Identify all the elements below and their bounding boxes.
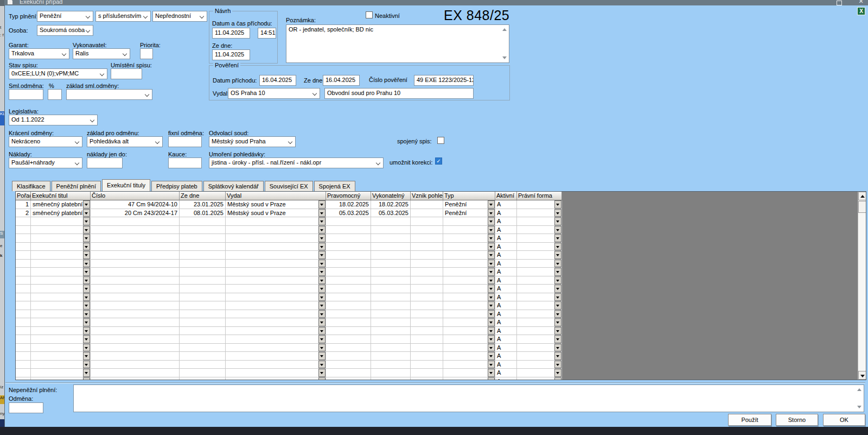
odvolaci-soud-select[interactable]: Městský soud Praha: [209, 136, 296, 147]
ok-button[interactable]: OK: [823, 414, 865, 426]
titul-dropdown-button[interactable]: [83, 226, 90, 234]
zaklad-sml-odmeny-select[interactable]: [66, 89, 152, 100]
stav-spisu-select[interactable]: 0xCEE;LU;N (0);vPM;MC: [9, 68, 107, 79]
table-row[interactable]: A: [16, 243, 562, 251]
vydal-dropdown-button[interactable]: [318, 243, 326, 251]
table-row[interactable]: 1směnečný platební rozkaz47 Cm 94/2024-1…: [16, 200, 562, 209]
vydal-dropdown-button[interactable]: [318, 285, 326, 293]
titul-dropdown-button[interactable]: [83, 301, 90, 310]
navrh-datum-input[interactable]: 11.04.2025: [212, 28, 250, 39]
typ-plneni-select-1[interactable]: Peněžní: [37, 11, 93, 22]
table-row[interactable]: 2směnečný platební rozkaz20 Cm 243/2024-…: [16, 209, 562, 218]
vydal-dropdown-button[interactable]: [318, 268, 326, 276]
povereni-ze-dne-input[interactable]: 16.04.2025: [323, 75, 360, 86]
vykonavatel-select[interactable]: Ralis: [73, 48, 130, 59]
vydal-dropdown-button[interactable]: [318, 327, 326, 335]
titul-dropdown-button[interactable]: [83, 217, 90, 225]
pravni_forma-dropdown-button[interactable]: [554, 327, 561, 335]
vydal-dropdown-button[interactable]: [318, 200, 326, 209]
pravni_forma-dropdown-button[interactable]: [554, 217, 561, 225]
percent-input[interactable]: [48, 89, 62, 100]
vydal-dropdown-button[interactable]: [318, 209, 326, 217]
spojeny-spis-checkbox[interactable]: [437, 137, 444, 144]
garant-select[interactable]: Trkalova: [9, 48, 69, 59]
titul-dropdown-button[interactable]: [83, 327, 90, 335]
titul-dropdown-button[interactable]: [83, 251, 90, 259]
vydal-dropdown-button[interactable]: [318, 301, 326, 310]
typ-dropdown-button[interactable]: [488, 200, 495, 209]
sml-odmena-input[interactable]: [9, 89, 43, 100]
typ-dropdown-button[interactable]: [488, 344, 495, 352]
kraceni-odmeny-select[interactable]: Nekráceno: [9, 136, 82, 147]
vydal-dropdown-button[interactable]: [318, 276, 326, 285]
tab-exeku-n-tituly[interactable]: Exekuční tituly: [102, 179, 150, 191]
tab-klasifikace[interactable]: Klasifikace: [12, 181, 50, 191]
odmena-input[interactable]: [9, 402, 43, 413]
table-row[interactable]: A: [16, 293, 562, 302]
table-row[interactable]: A: [16, 310, 562, 319]
typ-dropdown-button[interactable]: [488, 335, 495, 343]
typ-dropdown-button[interactable]: [488, 209, 495, 217]
zaklad-pro-odmenu-select[interactable]: Pohledávka alt: [87, 136, 163, 147]
tab-spojen-ex[interactable]: Spojená EX: [314, 181, 355, 191]
scroll-down-button[interactable]: [858, 371, 866, 380]
titul-dropdown-button[interactable]: [83, 276, 90, 285]
restore-button[interactable]: [831, 0, 847, 5]
vydal-dropdown-button[interactable]: [318, 217, 326, 225]
pouzit-button[interactable]: Použít: [728, 414, 771, 426]
table-row[interactable]: A: [16, 285, 562, 293]
typ-dropdown-button[interactable]: [488, 260, 495, 268]
table-row[interactable]: A: [16, 260, 562, 268]
scroll-up-icon[interactable]: [857, 388, 861, 391]
pravni_forma-dropdown-button[interactable]: [554, 335, 561, 343]
scroll-up-button[interactable]: [858, 192, 866, 200]
titul-dropdown-button[interactable]: [83, 209, 90, 217]
vydal-select[interactable]: OS Praha 10: [228, 88, 320, 99]
table-row[interactable]: A: [16, 234, 562, 243]
table-row[interactable]: A: [16, 377, 562, 380]
storno-button[interactable]: Storno: [776, 414, 818, 426]
typ-dropdown-button[interactable]: [488, 234, 495, 242]
legislativa-select[interactable]: Od 1.1.2022: [9, 115, 98, 125]
pravni_forma-dropdown-button[interactable]: [554, 200, 561, 209]
typ-dropdown-button[interactable]: [488, 276, 495, 285]
vydal-dropdown-button[interactable]: [318, 369, 326, 377]
scroll-up-icon[interactable]: [502, 28, 507, 31]
navrh-cas-input[interactable]: 14:51: [258, 28, 276, 39]
neaktivni-checkbox[interactable]: [366, 11, 373, 18]
typ-dropdown-button[interactable]: [488, 361, 495, 369]
typ-dropdown-button[interactable]: [488, 268, 495, 276]
excel-export-icon[interactable]: [857, 7, 865, 15]
titul-dropdown-button[interactable]: [83, 361, 90, 369]
titul-dropdown-button[interactable]: [83, 268, 90, 276]
typ-dropdown-button[interactable]: [488, 285, 495, 293]
typ-plneni-select-2[interactable]: s příslušenstvím: [95, 11, 151, 22]
fixni-odmena-input[interactable]: [168, 136, 202, 147]
pravni_forma-dropdown-button[interactable]: [554, 377, 561, 380]
titul-dropdown-button[interactable]: [83, 293, 90, 301]
typ-dropdown-button[interactable]: [488, 377, 495, 380]
vydal-text-input[interactable]: Obvodní soud pro Prahu 10: [324, 88, 474, 99]
table-row[interactable]: A: [16, 369, 562, 377]
titul-dropdown-button[interactable]: [83, 310, 90, 318]
pravni_forma-dropdown-button[interactable]: [554, 276, 561, 285]
typ-dropdown-button[interactable]: [488, 217, 495, 225]
typ-dropdown-button[interactable]: [488, 352, 495, 360]
umoreni-select[interactable]: jistina - úroky - přísl. - nal.řízení - …: [209, 157, 384, 168]
vydal-dropdown-button[interactable]: [318, 226, 326, 234]
table-row[interactable]: A: [16, 344, 562, 352]
vydal-dropdown-button[interactable]: [318, 293, 326, 301]
naklady-select[interactable]: Paušál+náhrady: [9, 157, 82, 168]
typ-dropdown-button[interactable]: [488, 243, 495, 251]
pravni_forma-dropdown-button[interactable]: [554, 344, 561, 352]
pravni_forma-dropdown-button[interactable]: [554, 310, 561, 318]
titul-dropdown-button[interactable]: [83, 318, 90, 326]
typ-dropdown-button[interactable]: [488, 369, 495, 377]
titul-dropdown-button[interactable]: [83, 260, 90, 268]
nepenezni-plneni-textarea[interactable]: [73, 384, 864, 412]
titul-dropdown-button[interactable]: [83, 200, 90, 209]
table-row[interactable]: A: [16, 276, 562, 285]
titul-dropdown-button[interactable]: [83, 285, 90, 293]
vydal-dropdown-button[interactable]: [318, 234, 326, 242]
table-row[interactable]: A: [16, 327, 562, 336]
